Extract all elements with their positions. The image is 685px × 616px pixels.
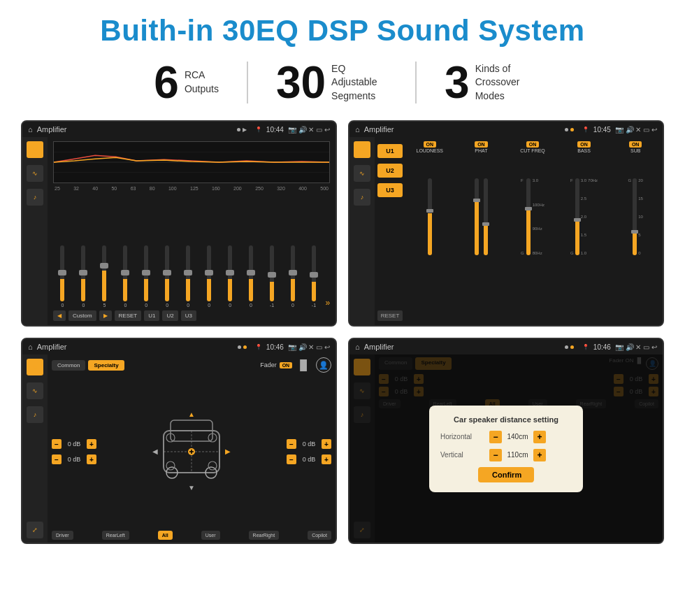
topbar-time-4: 10:46 (593, 343, 611, 351)
eq-track-0[interactable] (60, 245, 64, 301)
eq-track-2[interactable] (102, 245, 106, 301)
cutfreq-label: CUT FREQ (520, 148, 545, 153)
amp-u2-btn[interactable]: U2 (377, 164, 403, 178)
freq-160: 160 (212, 186, 220, 191)
user-btn[interactable]: User (201, 531, 220, 540)
eq-prev-btn[interactable]: ◀ (53, 310, 66, 321)
wave-icon-3[interactable]: ∿ (27, 382, 43, 399)
eq-icon-3[interactable]: ≡ (27, 359, 43, 375)
eq-track-10[interactable] (270, 245, 274, 301)
amp-u3-btn[interactable]: U3 (377, 183, 403, 197)
db-val-1: 0 dB (64, 440, 84, 447)
minus-btn-1[interactable]: − (52, 439, 62, 449)
amp-main: U1 U2 U3 RESET ON LOUDNESS (375, 137, 663, 325)
screen-body-3: ≡ ∿ ♪ ⤢ Common Specialty Fader ON ▐▌ 👤 (22, 354, 336, 543)
amp-ch-bass: ON BASS FG 3.02.52. (560, 141, 609, 321)
eq-track-6[interactable] (186, 245, 190, 301)
eq-slider-2: 5 (95, 245, 114, 308)
amp-reset-btn[interactable]: RESET (377, 310, 403, 321)
sub-label: SUB (630, 148, 640, 153)
amp-u1-btn[interactable]: U1 (377, 144, 403, 158)
amp-ch-phat-header: ON PHAT (475, 141, 488, 153)
freq-40: 40 (92, 186, 98, 191)
minus-btn-3[interactable]: − (287, 439, 296, 449)
horizontal-plus-btn[interactable]: + (533, 431, 546, 443)
eq-reset-btn[interactable]: RESET (115, 310, 142, 321)
plus-btn-4[interactable]: + (322, 454, 331, 464)
amp-u-btns: U1 U2 U3 RESET (377, 141, 403, 321)
home-icon-2: ⌂ (355, 125, 360, 134)
eq-track-9[interactable] (249, 245, 253, 301)
svg-text:▼: ▼ (188, 484, 195, 492)
amp-ch-loudness: ON LOUDNESS (405, 141, 454, 321)
db-val-2: 0 dB (64, 456, 84, 463)
vertical-minus-btn[interactable]: − (489, 449, 502, 461)
left-controls: − 0 dB + − 0 dB + (52, 375, 96, 528)
dialog-vertical-row: Vertical − 110cm + (440, 449, 572, 461)
eq-track-11[interactable] (291, 245, 295, 301)
dialog-title: Car speaker distance setting (440, 415, 572, 424)
eq-next-btn[interactable]: ▶ (99, 310, 112, 321)
vertical-plus-btn[interactable]: + (533, 449, 546, 461)
wave-icon[interactable]: ∿ (27, 165, 43, 182)
eq-icon-2[interactable]: ≡ (354, 141, 370, 158)
eq-more-btn[interactable]: » (325, 298, 330, 308)
eq-track-8[interactable] (228, 245, 232, 301)
topbar-1: ⌂ Amplifier ▶ 📍 10:44 📷 🔊 ✕ ▭ ↩ (22, 122, 336, 137)
eq-track-5[interactable] (165, 245, 169, 301)
eq-val-1: 0 (82, 303, 85, 308)
eq-u2-btn[interactable]: U2 (162, 310, 178, 321)
topbar-icons-2: 📷 🔊 ✕ ▭ ↩ (615, 126, 657, 134)
eq-curve-area (53, 141, 330, 183)
horizontal-label: Horizontal (440, 433, 489, 440)
eq-u1-btn[interactable]: U1 (144, 310, 159, 321)
dot-1 (237, 128, 240, 131)
eq-bottom-bar: ◀ Custom ▶ RESET U1 U2 U3 (53, 310, 330, 321)
eq-preset-label: Custom (68, 310, 96, 321)
screen-body-2: ≡ ∿ ♪ U1 U2 U3 RESET ON LOUD (349, 137, 663, 325)
topbar-time-3: 10:46 (266, 343, 284, 351)
copilot-btn[interactable]: Copilot (308, 531, 331, 540)
eq-track-1[interactable] (81, 245, 85, 301)
eq-track-7[interactable] (207, 245, 211, 301)
phat-label: PHAT (475, 148, 487, 153)
eq-track-3[interactable] (123, 245, 127, 301)
dot-4b (570, 345, 574, 349)
wave-icon-2[interactable]: ∿ (354, 165, 370, 182)
freq-500: 500 (320, 186, 329, 191)
eq-icon[interactable]: ≡ (27, 141, 43, 158)
minus-btn-2[interactable]: − (52, 454, 62, 464)
plus-btn-1[interactable]: + (87, 439, 96, 449)
tab-specialty[interactable]: Specialty (88, 360, 124, 371)
speaker-icon[interactable]: ♪ (27, 189, 43, 206)
eq-slider-7: 0 (200, 245, 219, 308)
rearright-btn[interactable]: RearRight (249, 531, 280, 540)
topbar-dots-3 (238, 345, 247, 349)
fader-row-4: − 0 dB + (287, 454, 331, 464)
speaker-icon-2[interactable]: ♪ (354, 189, 370, 206)
right-controls: − 0 dB + − 0 dB + (287, 375, 331, 528)
fader-on-badge: ON (280, 362, 293, 368)
rearleft-btn[interactable]: RearLeft (102, 531, 129, 540)
eq-u3-btn[interactable]: U3 (181, 310, 196, 321)
home-icon-1: ⌂ (28, 125, 33, 134)
plus-btn-3[interactable]: + (322, 439, 331, 449)
plus-btn-2[interactable]: + (87, 454, 96, 464)
arrows-icon-3[interactable]: ⤢ (27, 522, 43, 538)
svg-text:▶: ▶ (225, 447, 231, 455)
speaker-icon-3[interactable]: ♪ (27, 406, 43, 423)
sub-on-badge: ON (629, 141, 642, 148)
eq-track-12[interactable] (312, 245, 316, 301)
confirm-button[interactable]: Confirm (478, 467, 534, 482)
dot-2a (565, 128, 568, 131)
horizontal-minus-btn[interactable]: − (489, 431, 502, 443)
topbar-dots-2 (565, 128, 574, 131)
cutfreq-on-badge: ON (526, 141, 540, 148)
eq-track-4[interactable] (144, 245, 148, 301)
minus-btn-4[interactable]: − (287, 454, 296, 464)
amp-ch-phat: ON PHAT (457, 141, 506, 321)
tab-common[interactable]: Common (52, 360, 85, 371)
all-btn[interactable]: All (158, 531, 173, 540)
driver-btn[interactable]: Driver (52, 531, 73, 540)
amp-ch-cutfreq-header: ON CUT FREQ (520, 141, 545, 153)
